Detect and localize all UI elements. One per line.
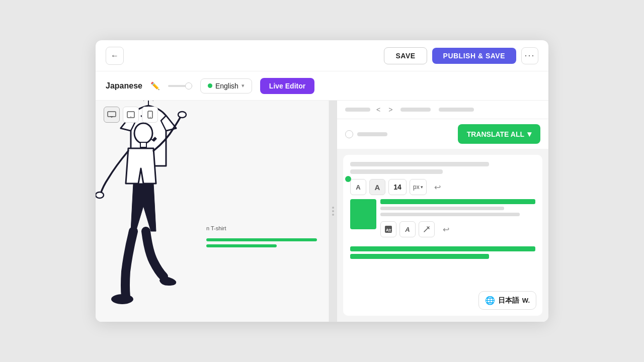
source-language-label: Japanese bbox=[106, 81, 142, 90]
device-toolbar bbox=[96, 101, 166, 129]
text-toolbar-row2: A文 A ↩ bbox=[380, 221, 535, 237]
divider-dots bbox=[332, 207, 334, 216]
bottom-green-bar bbox=[350, 246, 535, 251]
jp-language-label: 日本語 bbox=[498, 296, 519, 305]
font-size-input[interactable] bbox=[388, 179, 407, 195]
translate-text-button[interactable]: A文 bbox=[380, 221, 396, 237]
globe-icon: 🌐 bbox=[485, 296, 495, 305]
font-unit-chevron: ▾ bbox=[421, 185, 423, 190]
radio-group bbox=[345, 130, 387, 138]
back-button[interactable]: ← bbox=[106, 47, 124, 65]
slider-track[interactable] bbox=[168, 85, 192, 87]
editor-panel: < > TRANSLATE ALL ▾ bbox=[337, 101, 548, 322]
green-bars bbox=[206, 238, 317, 247]
slider-thumb bbox=[185, 82, 192, 89]
svg-point-6 bbox=[149, 117, 150, 118]
target-language-label: English bbox=[215, 82, 238, 90]
content-line-1 bbox=[380, 199, 535, 204]
editor-tabs: < > bbox=[337, 101, 548, 119]
tab-placeholder-1 bbox=[345, 108, 370, 112]
tab-left-arrow[interactable]: < bbox=[374, 106, 382, 114]
magic-wand-button[interactable] bbox=[419, 221, 435, 237]
translate-all-button[interactable]: TRANSLATE ALL ▾ bbox=[458, 124, 540, 144]
editor-card: A A px ▾ ↩ bbox=[343, 155, 542, 316]
content-bars: A文 A ↩ bbox=[380, 199, 535, 242]
font-unit-dropdown[interactable]: px ▾ bbox=[410, 179, 427, 195]
text-toolbar-row1: A A px ▾ ↩ bbox=[350, 179, 535, 195]
content-line-3 bbox=[380, 213, 520, 216]
panel-divider[interactable] bbox=[329, 101, 337, 322]
save-button[interactable]: SAVE bbox=[384, 47, 427, 64]
person-illustration bbox=[96, 101, 231, 322]
language-dropdown[interactable]: English ▾ bbox=[200, 78, 252, 94]
undo-button[interactable]: ↩ bbox=[430, 179, 446, 195]
font-style-button[interactable]: A bbox=[399, 221, 416, 237]
preview-panel: n T-shirt bbox=[96, 101, 329, 322]
svg-point-4 bbox=[130, 116, 131, 117]
radio-button[interactable] bbox=[345, 130, 353, 138]
second-bar: Japanese ✏️ English ▾ Live Editor bbox=[96, 71, 548, 101]
svg-point-12 bbox=[111, 294, 133, 304]
svg-point-11 bbox=[96, 192, 104, 198]
green-block-area: A文 A ↩ bbox=[350, 199, 535, 242]
green-bar-2 bbox=[206, 244, 277, 247]
desktop-device-button[interactable] bbox=[104, 107, 120, 123]
edit-language-icon[interactable]: ✏️ bbox=[150, 81, 160, 90]
publish-save-button[interactable]: PUBLISH & SAVE bbox=[432, 48, 516, 64]
more-options-button[interactable]: ··· bbox=[521, 47, 538, 64]
top-bar-left: ← bbox=[106, 47, 124, 65]
tab-placeholder-2 bbox=[400, 108, 431, 112]
translate-row: TRANSLATE ALL ▾ bbox=[337, 119, 548, 149]
app-window: ← SAVE PUBLISH & SAVE ··· Japanese ✏️ En… bbox=[96, 40, 548, 322]
card-title-line-1 bbox=[350, 162, 489, 166]
chevron-down-icon: ▾ bbox=[242, 82, 245, 89]
svg-text:文: 文 bbox=[388, 228, 391, 232]
top-bar-right: SAVE PUBLISH & SAVE ··· bbox=[384, 47, 538, 64]
green-bar-1 bbox=[206, 238, 317, 241]
tab-placeholder-3 bbox=[439, 108, 474, 112]
tablet-device-button[interactable] bbox=[123, 107, 139, 123]
translate-dropdown-arrow: ▾ bbox=[527, 129, 531, 139]
font-unit-label: px bbox=[413, 184, 420, 191]
active-language-dot bbox=[208, 83, 212, 88]
live-editor-button[interactable]: Live Editor bbox=[260, 78, 314, 94]
font-size-decrease-button[interactable]: A bbox=[350, 179, 366, 195]
content-line-2 bbox=[380, 207, 504, 210]
mobile-device-button[interactable] bbox=[142, 107, 158, 123]
top-bar: ← SAVE PUBLISH & SAVE ··· bbox=[96, 40, 548, 71]
bottom-green-bar-2 bbox=[350, 254, 489, 259]
tab-right-arrow[interactable]: > bbox=[386, 106, 394, 114]
radio-label bbox=[357, 132, 387, 136]
product-label: n T-shirt bbox=[206, 225, 226, 231]
green-indicator-dot bbox=[345, 176, 351, 182]
redo-button[interactable]: ↩ bbox=[438, 221, 454, 237]
main-area: n T-shirt < > bbox=[96, 101, 548, 322]
jp-language-widget[interactable]: 🌐 日本語 W. bbox=[478, 291, 536, 310]
jp-w-label: W. bbox=[522, 297, 530, 304]
translate-all-label: TRANSLATE ALL bbox=[467, 130, 524, 138]
content-lines bbox=[380, 199, 535, 216]
svg-rect-0 bbox=[108, 112, 116, 117]
svg-point-10 bbox=[178, 112, 186, 118]
card-title-line-2 bbox=[350, 169, 443, 174]
font-size-increase-button[interactable]: A bbox=[369, 179, 385, 195]
green-block bbox=[350, 199, 376, 229]
svg-rect-9 bbox=[140, 142, 146, 147]
